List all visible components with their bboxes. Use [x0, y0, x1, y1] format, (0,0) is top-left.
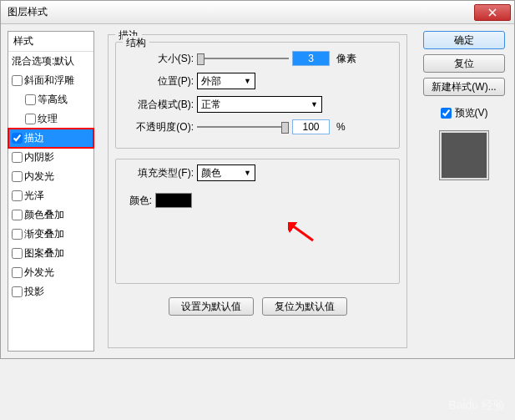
color-swatch[interactable]	[155, 193, 192, 208]
opacity-label: 不透明度(O):	[123, 120, 194, 134]
filltype-select[interactable]: 颜色 ▼	[197, 164, 255, 181]
filltype-label: 填充类型(F):	[123, 166, 194, 180]
position-value: 外部	[201, 74, 221, 89]
structure-group: 结构 大小(S): 像素 位置(P): 外部 ▼	[115, 42, 400, 149]
sidebar-item-4[interactable]: 内阴影	[8, 148, 93, 167]
position-select[interactable]: 外部 ▼	[197, 73, 255, 89]
preview-checkbox-row[interactable]: 预览(V)	[441, 106, 488, 120]
chevron-down-icon: ▼	[244, 77, 251, 85]
preview-checkbox[interactable]	[441, 108, 452, 119]
blendmode-value: 正常	[201, 98, 221, 112]
blendmode-label: 混合模式(B):	[123, 98, 194, 112]
ok-button[interactable]: 确定	[423, 31, 505, 49]
sidebar-checkbox[interactable]	[12, 210, 23, 220]
blendmode-row: 混合模式(B): 正常 ▼	[123, 96, 392, 113]
preview-swatch	[439, 130, 489, 180]
reset-button[interactable]: 复位	[423, 54, 505, 73]
chevron-down-icon: ▼	[311, 100, 318, 109]
sidebar-item-label: 渐变叠加	[24, 227, 64, 241]
size-label: 大小(S):	[123, 52, 194, 66]
reset-default-button[interactable]: 复位为默认值	[262, 297, 347, 316]
sidebar-item-label: 描边	[24, 131, 44, 145]
sidebar-item-2[interactable]: 纹理	[8, 109, 93, 129]
position-label: 位置(P):	[123, 74, 194, 89]
blendmode-select[interactable]: 正常 ▼	[197, 96, 322, 113]
sidebar-checkbox[interactable]	[12, 75, 23, 86]
dialog-content: 样式 混合选项:默认 斜面和浮雕等高线纹理描边内阴影内发光光泽颜色叠加渐变叠加图…	[1, 24, 514, 358]
sidebar-checkbox[interactable]	[12, 190, 23, 201]
sidebar-item-1[interactable]: 等高线	[8, 90, 93, 109]
sidebar-checkbox[interactable]	[25, 114, 36, 124]
sidebar-checkbox[interactable]	[12, 152, 23, 163]
opacity-slider[interactable]	[197, 120, 289, 134]
sidebar-item-label: 混合选项:默认	[12, 54, 74, 68]
set-default-button[interactable]: 设置为默认值	[169, 297, 254, 316]
titlebar: 图层样式	[1, 1, 514, 24]
opacity-unit: %	[336, 121, 346, 133]
style-sidebar: 样式 混合选项:默认 斜面和浮雕等高线纹理描边内阴影内发光光泽颜色叠加渐变叠加图…	[8, 31, 94, 352]
close-icon	[488, 8, 497, 17]
sidebar-item-label: 颜色叠加	[24, 208, 64, 222]
sidebar-item-label: 外发光	[24, 266, 54, 280]
size-input[interactable]	[292, 51, 330, 66]
right-panel: 确定 复位 新建样式(W)... 预览(V)	[421, 31, 507, 352]
stroke-group: 描边 结构 大小(S): 像素 位置(P): 外部	[108, 34, 407, 348]
size-slider[interactable]	[197, 52, 289, 65]
position-row: 位置(P): 外部 ▼	[123, 73, 392, 89]
sidebar-checkbox[interactable]	[12, 286, 23, 297]
sidebar-checkbox[interactable]	[12, 171, 23, 182]
sidebar-item-label: 图案叠加	[24, 246, 64, 261]
fill-group: 填充类型(F): 颜色 ▼ 颜色:	[115, 159, 400, 284]
sidebar-item-label: 斜面和浮雕	[24, 73, 74, 88]
sidebar-checkbox[interactable]	[12, 229, 23, 240]
sidebar-item-10[interactable]: 外发光	[8, 263, 93, 282]
preview-label: 预览(V)	[455, 106, 488, 120]
sidebar-item-label: 等高线	[38, 93, 68, 107]
sidebar-item-5[interactable]: 内发光	[8, 167, 93, 186]
sidebar-item-label: 光泽	[24, 189, 44, 203]
filltype-value: 颜色	[201, 166, 221, 180]
filltype-row: 填充类型(F): 颜色 ▼	[123, 164, 392, 181]
opacity-input[interactable]	[292, 119, 330, 134]
sidebar-item-label: 投影	[24, 285, 44, 299]
defaults-row: 设置为默认值 复位为默认值	[115, 297, 400, 316]
color-label: 颜色:	[123, 194, 152, 208]
sidebar-item-6[interactable]: 光泽	[8, 186, 93, 205]
sidebar-checkbox[interactable]	[25, 94, 36, 105]
close-button[interactable]	[474, 4, 511, 21]
structure-title: 结构	[123, 36, 149, 50]
layer-style-dialog: 图层样式 样式 混合选项:默认 斜面和浮雕等高线纹理描边内阴影内发光光泽颜色叠加…	[0, 0, 515, 359]
sidebar-item-label: 纹理	[38, 112, 58, 126]
sidebar-item-11[interactable]: 投影	[8, 282, 93, 301]
sidebar-item-0[interactable]: 斜面和浮雕	[8, 71, 93, 90]
sidebar-blend-options[interactable]: 混合选项:默认	[8, 52, 93, 71]
sidebar-item-3[interactable]: 描边	[8, 129, 93, 148]
sidebar-item-9[interactable]: 图案叠加	[8, 244, 93, 263]
sidebar-item-8[interactable]: 渐变叠加	[8, 225, 93, 244]
sidebar-item-label: 内阴影	[24, 150, 54, 164]
sidebar-checkbox[interactable]	[12, 133, 23, 144]
sidebar-item-label: 内发光	[24, 170, 54, 184]
main-panel: 描边 结构 大小(S): 像素 位置(P): 外部	[101, 31, 414, 352]
dialog-title: 图层样式	[8, 5, 48, 19]
size-row: 大小(S): 像素	[123, 51, 392, 66]
sidebar-item-7[interactable]: 颜色叠加	[8, 205, 93, 225]
sidebar-checkbox[interactable]	[12, 267, 23, 278]
size-unit: 像素	[336, 52, 356, 66]
sidebar-checkbox[interactable]	[12, 248, 23, 259]
sidebar-header: 样式	[8, 32, 93, 52]
opacity-row: 不透明度(O): %	[123, 119, 392, 134]
chevron-down-icon: ▼	[244, 169, 251, 177]
new-style-button[interactable]: 新建样式(W)...	[423, 78, 505, 96]
color-row: 颜色:	[123, 193, 392, 208]
